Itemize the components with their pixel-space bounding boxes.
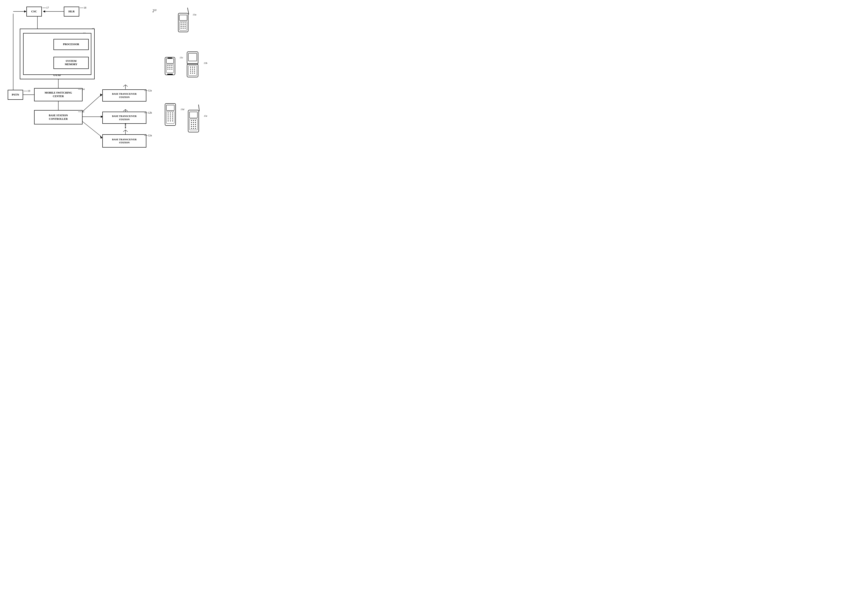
svg-line-29 bbox=[126, 109, 128, 111]
bts-b-box: BASE TRANSCEIVER STATION bbox=[102, 112, 146, 124]
svg-point-98 bbox=[170, 117, 171, 117]
svg-point-104 bbox=[170, 120, 171, 121]
svg-point-53 bbox=[184, 26, 186, 27]
svg-point-92 bbox=[170, 112, 171, 113]
svg-point-78 bbox=[194, 67, 195, 68]
svg-point-68 bbox=[169, 69, 170, 70]
svg-point-123 bbox=[193, 128, 194, 129]
svg-point-95 bbox=[170, 115, 171, 115]
processor-box: PROCESSOR bbox=[53, 39, 89, 50]
bts-a-ref: 12a bbox=[144, 89, 152, 92]
phone-13d: 13d bbox=[163, 101, 179, 130]
svg-point-84 bbox=[194, 71, 195, 71]
svg-point-82 bbox=[190, 71, 191, 71]
svg-line-31 bbox=[123, 130, 126, 132]
svg-line-106 bbox=[198, 105, 199, 111]
svg-point-76 bbox=[190, 67, 191, 68]
svg-point-34 bbox=[125, 127, 126, 128]
phone-13e: 13e bbox=[185, 104, 203, 134]
svg-point-50 bbox=[184, 24, 186, 25]
svg-point-99 bbox=[172, 117, 173, 117]
svg-point-47 bbox=[184, 22, 186, 23]
svg-point-63 bbox=[171, 65, 172, 66]
svg-point-119 bbox=[191, 126, 192, 127]
svg-point-65 bbox=[169, 67, 170, 68]
hlr-box: HLR bbox=[64, 6, 79, 17]
svg-point-80 bbox=[192, 69, 193, 70]
svg-point-91 bbox=[168, 112, 169, 113]
svg-point-81 bbox=[194, 69, 195, 70]
svg-point-67 bbox=[167, 69, 168, 70]
svg-point-56 bbox=[184, 28, 186, 29]
phone-13e-label: 13e bbox=[204, 115, 207, 117]
svg-point-33 bbox=[125, 126, 126, 127]
bts-n-ref: 12n bbox=[144, 134, 152, 137]
svg-point-111 bbox=[193, 120, 194, 121]
svg-point-102 bbox=[172, 118, 173, 120]
pstn-box: PSTN bbox=[8, 90, 23, 100]
bts-a-box: BASE TRANSCEIVER STATION bbox=[102, 89, 146, 101]
svg-line-32 bbox=[126, 130, 128, 132]
phone-13b: 13b bbox=[185, 51, 203, 79]
svg-point-121 bbox=[195, 126, 196, 127]
svg-point-97 bbox=[168, 117, 169, 117]
svg-point-86 bbox=[192, 73, 193, 73]
svg-point-48 bbox=[181, 24, 181, 25]
otaf-inner: PROCESSOR SYSTEM MEMORY bbox=[23, 33, 91, 75]
svg-point-52 bbox=[183, 26, 184, 27]
svg-point-66 bbox=[171, 67, 172, 68]
phone-13a-label: 13a bbox=[193, 13, 197, 16]
fig-ref-label: ⤵10 bbox=[152, 9, 157, 14]
svg-point-87 bbox=[194, 73, 195, 73]
svg-point-120 bbox=[193, 126, 194, 127]
svg-line-22 bbox=[79, 119, 101, 137]
svg-rect-89 bbox=[166, 105, 174, 110]
svg-point-96 bbox=[172, 115, 173, 115]
svg-point-46 bbox=[183, 22, 184, 23]
svg-line-26 bbox=[126, 85, 128, 87]
svg-point-55 bbox=[183, 28, 184, 29]
system-memory-box: SYSTEM MEMORY bbox=[53, 57, 89, 69]
svg-point-62 bbox=[169, 65, 170, 66]
mobile-switching-box: MOBILE SWITCHING CENTER bbox=[34, 88, 82, 101]
svg-rect-43 bbox=[179, 15, 187, 20]
svg-point-116 bbox=[191, 124, 192, 125]
svg-point-103 bbox=[168, 120, 169, 121]
svg-point-69 bbox=[171, 69, 172, 70]
svg-marker-2 bbox=[43, 10, 45, 12]
svg-point-77 bbox=[192, 67, 193, 68]
svg-point-54 bbox=[181, 28, 181, 29]
svg-rect-70 bbox=[167, 74, 173, 75]
svg-point-124 bbox=[195, 128, 196, 129]
svg-point-45 bbox=[181, 22, 181, 23]
svg-rect-108 bbox=[189, 112, 197, 118]
svg-point-115 bbox=[195, 122, 196, 123]
svg-point-105 bbox=[172, 120, 173, 121]
svg-point-117 bbox=[193, 124, 194, 125]
bts-n-box: BASE TRANSCEIVER STATION bbox=[102, 134, 146, 148]
phone-13c: 13c bbox=[163, 55, 178, 79]
phone-13a: 13a bbox=[174, 6, 191, 35]
svg-point-49 bbox=[183, 24, 184, 25]
svg-point-61 bbox=[167, 65, 168, 66]
phone-13b-label: 13b bbox=[204, 62, 208, 64]
svg-point-79 bbox=[190, 69, 191, 70]
svg-point-113 bbox=[191, 122, 192, 123]
hlr-ref: 18 bbox=[80, 6, 86, 9]
bsc-box: BASE STATION CONTROLLER bbox=[34, 110, 82, 124]
svg-point-35 bbox=[125, 124, 126, 125]
diagram: CSC 17 HLR 18 15 OTAF 16 PROCESSOR SYSTE… bbox=[0, 0, 220, 154]
mobile-switching-ref: 14 bbox=[78, 88, 85, 91]
svg-point-64 bbox=[167, 67, 168, 68]
phone-13c-label: 13c bbox=[180, 56, 183, 59]
svg-point-51 bbox=[181, 26, 181, 27]
pstn-ref: 19 bbox=[24, 89, 30, 93]
svg-point-110 bbox=[191, 120, 192, 121]
svg-marker-40 bbox=[24, 10, 26, 12]
svg-point-94 bbox=[168, 115, 169, 115]
svg-rect-72 bbox=[188, 53, 197, 61]
svg-point-112 bbox=[195, 120, 196, 121]
bsc-ref: 11 bbox=[78, 110, 85, 113]
svg-rect-58 bbox=[166, 59, 174, 64]
svg-point-114 bbox=[193, 122, 194, 123]
